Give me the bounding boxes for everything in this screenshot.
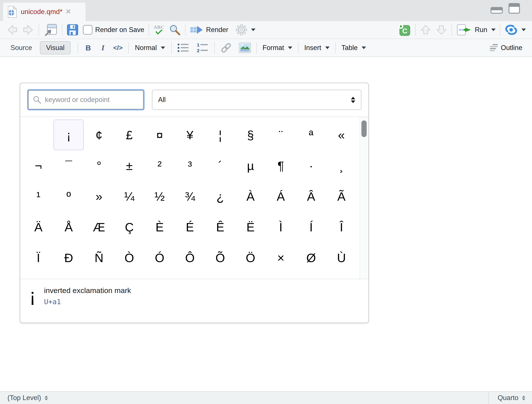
render-on-save-checkbox[interactable] [83, 25, 93, 35]
code-button[interactable]: </> [111, 44, 124, 51]
spellcheck-icon[interactable]: ABC [153, 24, 164, 34]
format-menu[interactable]: Format [261, 44, 294, 52]
symbol-cell[interactable]: ¼ [114, 181, 145, 212]
table-menu[interactable]: Table [340, 44, 368, 52]
symbol-grid-scrollbar[interactable] [360, 117, 368, 279]
back-icon[interactable] [6, 24, 18, 36]
symbol-cell[interactable]: · [296, 150, 326, 181]
symbol-cell[interactable]: Ö [235, 242, 266, 273]
scrollbar-thumb[interactable] [361, 120, 367, 137]
symbol-cell[interactable]: À [235, 181, 266, 212]
next-chunk-icon[interactable] [436, 24, 447, 36]
symbol-cell[interactable]: ± [114, 150, 145, 181]
tab-unicode-qmd[interactable]: unicode.qmd* × [3, 2, 86, 21]
symbol-cell[interactable]: ½ [145, 181, 175, 212]
symbol-cell[interactable]: Õ [205, 242, 235, 273]
symbol-cell[interactable]: ¶ [266, 150, 296, 181]
symbol-cell[interactable]: ¥ [175, 120, 205, 150]
symbol-cell[interactable]: Ä [23, 212, 53, 242]
symbol-cell[interactable]: É [175, 212, 205, 242]
symbol-cell[interactable]: Ë [235, 212, 266, 242]
numbered-list-icon[interactable]: 1 2 [195, 43, 210, 53]
link-icon[interactable] [219, 42, 234, 53]
symbol-cell[interactable]: ¨ [266, 120, 296, 150]
symbol-cell[interactable]: Ô [175, 242, 205, 273]
symbol-cell[interactable]: ¤ [145, 120, 175, 150]
symbol-cell[interactable]: ¯ [53, 150, 84, 181]
symbol-cell[interactable]: ³ [175, 150, 205, 181]
symbol-cell[interactable]: Ø [296, 242, 326, 273]
symbol-cell[interactable]: Ó [145, 242, 175, 273]
symbol-cell[interactable]: × [266, 242, 296, 273]
symbol-cell[interactable]: Í [296, 212, 326, 242]
symbol-cell[interactable] [23, 120, 53, 150]
symbol-cell[interactable]: » [84, 181, 114, 212]
symbol-cell[interactable]: Î [326, 212, 357, 242]
symbol-cell[interactable]: Ç [114, 212, 145, 242]
insert-menu[interactable]: Insert [302, 44, 331, 52]
symbol-cell[interactable]: È [145, 212, 175, 242]
symbol-search-field[interactable] [27, 89, 145, 110]
symbol-cell[interactable]: ¦ [205, 120, 235, 150]
symbol-cell[interactable]: ¹ [23, 181, 53, 212]
bold-button[interactable]: B [82, 44, 95, 52]
symbol-cell[interactable]: Á [266, 181, 296, 212]
find-replace-icon[interactable] [169, 24, 181, 36]
symbol-cell[interactable]: µ [235, 150, 266, 181]
symbol-cell[interactable]: ª [296, 120, 326, 150]
symbol-cell[interactable]: ´ [205, 150, 235, 181]
scope-selector[interactable]: (Top Level) [0, 394, 488, 402]
render-button[interactable]: Render [190, 25, 228, 35]
symbol-cell[interactable]: ¾ [175, 181, 205, 212]
symbol-cell[interactable]: Ì [266, 212, 296, 242]
image-icon[interactable] [237, 43, 252, 53]
symbol-cell[interactable]: ¡ [53, 120, 84, 150]
run-button[interactable]: Run [456, 24, 496, 36]
tab-close-icon[interactable]: × [66, 7, 71, 16]
prev-chunk-icon[interactable] [420, 24, 431, 36]
symbol-category-select[interactable]: All [152, 90, 361, 110]
editor-canvas[interactable]: All ¡¢£¤¥¦§¨ª«¬¯°±²³´µ¶·¸¹º»¼½¾¿ÀÁÂÃÄÅÆÇ… [0, 57, 532, 391]
gear-icon [236, 24, 247, 36]
symbol-cell[interactable]: ¬ [23, 150, 53, 181]
symbol-cell[interactable]: Æ [84, 212, 114, 242]
symbol-cell[interactable]: Ñ [84, 242, 114, 273]
render-options-button[interactable] [236, 24, 255, 36]
insert-chunk-icon[interactable]: C [398, 24, 411, 36]
symbol-cell[interactable]: ¢ [84, 120, 114, 150]
table-menu-caret-icon [362, 46, 366, 49]
rerun-button[interactable] [505, 25, 526, 35]
run-caret-icon [491, 29, 496, 31]
symbol-cell[interactable]: Ã [326, 181, 357, 212]
paragraph-style-dropdown[interactable]: Normal [133, 44, 167, 52]
save-icon[interactable] [67, 24, 78, 36]
italic-button[interactable]: I [98, 44, 108, 52]
symbol-cell[interactable]: Ð [53, 242, 84, 273]
forward-icon[interactable] [22, 24, 34, 36]
open-in-new-window-icon[interactable] [44, 24, 57, 36]
visual-mode-button[interactable]: Visual [40, 41, 71, 54]
source-mode-button[interactable]: Source [6, 44, 36, 52]
outline-toggle[interactable]: Outline [489, 44, 522, 52]
minimize-pane-icon[interactable] [491, 7, 503, 14]
symbol-cell[interactable]: § [235, 120, 266, 150]
symbol-cell[interactable]: Ê [205, 212, 235, 242]
symbol-cell[interactable]: ° [84, 150, 114, 181]
render-on-save-toggle[interactable]: Render on Save [83, 25, 144, 35]
symbol-cell[interactable]: ¿ [205, 181, 235, 212]
maximize-pane-icon[interactable] [508, 3, 520, 14]
symbol-cell[interactable]: ¸ [326, 150, 357, 181]
symbol-cell[interactable]: ² [145, 150, 175, 181]
symbol-cell[interactable]: Â [296, 181, 326, 212]
symbol-cell[interactable]: º [53, 181, 84, 212]
symbol-cell[interactable]: « [326, 120, 357, 150]
symbol-cell[interactable]: Ï [23, 242, 53, 273]
language-mode-selector[interactable]: Quarto [488, 392, 532, 404]
symbol-cell[interactable]: Ò [114, 242, 145, 273]
search-icon [33, 95, 41, 104]
symbol-cell[interactable]: £ [114, 120, 145, 150]
symbol-search-input[interactable] [44, 96, 139, 104]
bullet-list-icon[interactable] [176, 43, 191, 53]
symbol-cell[interactable]: Å [53, 212, 84, 242]
symbol-cell[interactable]: Ù [326, 242, 357, 273]
